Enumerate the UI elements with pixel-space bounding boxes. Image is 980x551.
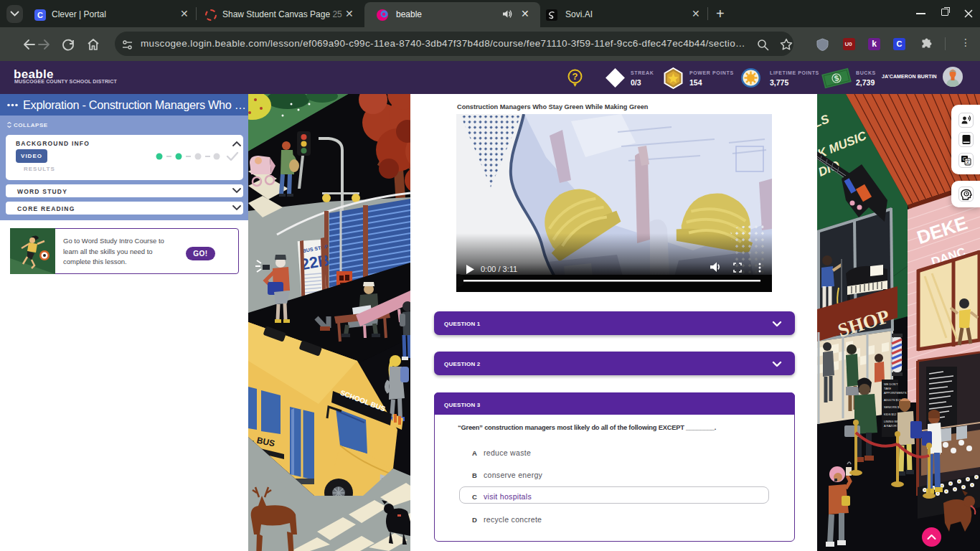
- svg-text:KIDS $12: KIDS $12: [884, 413, 897, 416]
- svg-text:WE DON'T: WE DON'T: [884, 382, 898, 386]
- svg-text:TAKE: TAKE: [884, 387, 891, 390]
- svg-text:0:00 / 3:11: 0:00 / 3:11: [481, 265, 517, 273]
- svg-text:文: 文: [966, 159, 971, 164]
- svg-text:APPOINTMENTS: APPOINTMENTS: [884, 391, 907, 395]
- svg-text:?: ?: [573, 71, 578, 82]
- svg-text:ADULTS $17: ADULTS $17: [884, 398, 901, 402]
